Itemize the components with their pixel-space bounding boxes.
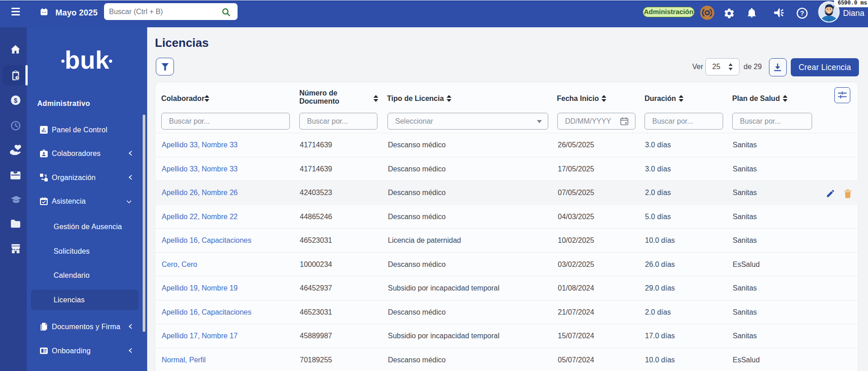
svg-text:$: $ — [14, 97, 18, 104]
svg-text:?: ? — [800, 10, 804, 17]
